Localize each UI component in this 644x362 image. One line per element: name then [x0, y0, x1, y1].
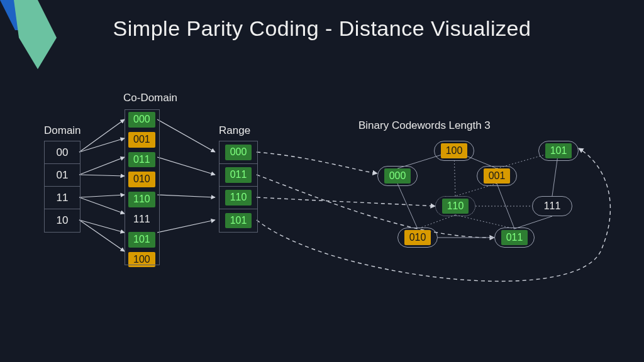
range-chip: 011 [225, 167, 252, 183]
node-101: 101 [538, 141, 579, 161]
range-chip: 110 [225, 190, 252, 206]
svg-line-13 [157, 220, 215, 233]
svg-line-9 [79, 220, 125, 251]
node-000: 000 [377, 166, 418, 186]
domain-label: Domain [44, 124, 81, 137]
svg-line-2 [79, 119, 125, 152]
wires-svg [0, 75, 644, 362]
svg-line-7 [79, 197, 125, 214]
node-010: 010 [397, 228, 438, 248]
svg-line-4 [79, 157, 125, 175]
codomain-chip: 010 [128, 172, 155, 187]
svg-line-5 [79, 175, 125, 176]
node-011: 011 [494, 228, 535, 248]
node-110: 110 [435, 196, 475, 216]
range-cell: 000 [219, 141, 257, 164]
node-001: 001 [477, 166, 517, 186]
svg-line-18 [397, 184, 418, 229]
domain-cell: 00 [45, 141, 80, 164]
range-cell: 101 [219, 209, 257, 232]
codomain-chip: 110 [128, 192, 155, 207]
range-column: 000 011 110 101 [219, 141, 258, 233]
codomain-label: Co-Domain [123, 92, 177, 104]
svg-line-3 [79, 138, 125, 152]
svg-line-24 [514, 216, 552, 229]
domain-cell: 10 [45, 209, 80, 232]
codomain-column: 000 001 011 010 110 111 101 100 [128, 112, 155, 267]
node-chip: 011 [501, 230, 528, 246]
codomain-chip: 011 [128, 152, 155, 168]
node-100: 100 [434, 141, 474, 161]
svg-line-8 [79, 220, 125, 233]
page-title: Simple Parity Coding - Distance Visualiz… [0, 16, 644, 41]
node-chip: 100 [441, 143, 468, 159]
svg-line-12 [157, 195, 215, 197]
node-chip: 101 [545, 143, 572, 159]
node-chip: 000 [384, 168, 411, 184]
node-chip: 111 [539, 199, 566, 214]
range-chip: 000 [225, 145, 252, 160]
domain-cell: 01 [45, 164, 80, 187]
diagram-stage: Domain 00 01 11 10 Co-Domain 000 001 011… [0, 75, 644, 362]
svg-line-11 [157, 157, 215, 175]
codomain-chip: 001 [128, 132, 155, 148]
svg-line-10 [157, 119, 215, 152]
domain-column: 00 01 11 10 [44, 141, 80, 233]
domain-cell: 11 [45, 187, 80, 209]
node-chip: 001 [484, 168, 511, 184]
range-cell: 011 [219, 164, 257, 187]
svg-line-21 [418, 215, 455, 229]
range-chip: 101 [225, 213, 252, 229]
graph-label: Binary Codewords Length 3 [358, 119, 491, 132]
svg-line-22 [455, 215, 514, 229]
svg-line-20 [497, 184, 514, 229]
range-cell: 110 [219, 187, 257, 209]
node-chip: 010 [404, 230, 431, 246]
node-111: 111 [532, 196, 572, 216]
codomain-chip: 100 [128, 252, 155, 268]
codomain-chip: 000 [128, 112, 155, 128]
node-chip: 110 [442, 199, 469, 214]
svg-line-6 [79, 195, 125, 197]
codomain-chip: 101 [128, 232, 155, 248]
range-label: Range [219, 124, 250, 137]
codomain-chip: 111 [128, 212, 155, 228]
